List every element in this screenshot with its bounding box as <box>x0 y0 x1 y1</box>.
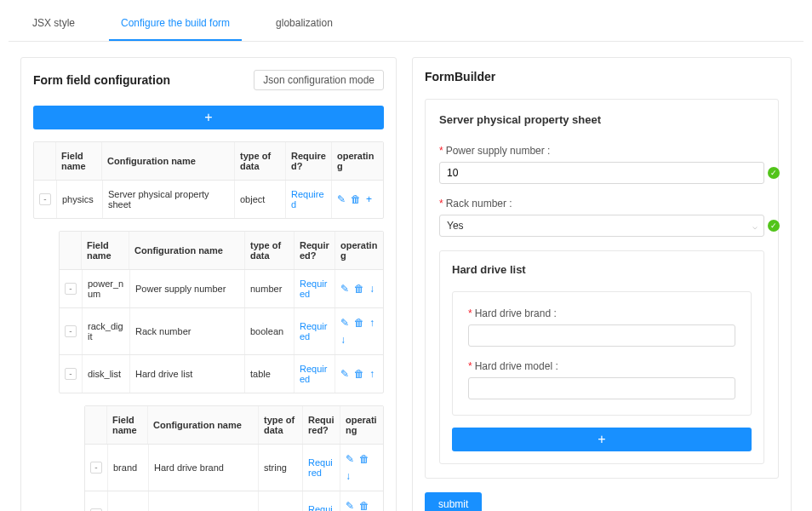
cell-data-type: number <box>245 270 294 307</box>
th-data-type: type of data <box>245 232 294 269</box>
power-supply-input[interactable] <box>439 162 764 184</box>
brand-input[interactable] <box>468 324 735 347</box>
th-operating: operating <box>332 142 383 180</box>
cell-operating: ✎ 🗑 ↑ <box>335 355 383 393</box>
chevron-down-icon: ⌵ <box>752 221 758 231</box>
cell-field-name: model <box>108 491 149 511</box>
th-field-name: Field name <box>56 142 102 180</box>
hard-drive-item: *Hard drive brand : *Hard drive model : <box>452 291 752 416</box>
up-icon[interactable]: ↑ <box>369 368 375 380</box>
model-label: *Hard drive model : <box>468 360 735 372</box>
check-icon: ✓ <box>768 167 780 179</box>
expand-header <box>60 232 82 269</box>
level2-table: Field name Configuration name type of da… <box>84 405 384 511</box>
brand-label: *Hard drive brand : <box>468 307 735 319</box>
cell-field-name: physics <box>57 181 103 218</box>
formbuilder-panel: FormBuilder Server physical property she… <box>412 57 792 511</box>
th-field-name: Field name <box>107 406 148 444</box>
cell-field-name: rack_digit <box>83 308 130 354</box>
th-field-name: Field name <box>82 232 129 269</box>
up-icon[interactable]: ↑ <box>369 317 375 329</box>
delete-icon[interactable]: 🗑 <box>359 500 369 511</box>
cell-required: Required <box>294 308 335 354</box>
th-required: Required? <box>303 406 340 444</box>
th-config-name: Configuration name <box>129 232 245 269</box>
collapse-button[interactable]: - <box>39 193 51 205</box>
delete-icon[interactable]: 🗑 <box>351 193 361 205</box>
th-required: Required? <box>294 232 335 269</box>
cell-required: Required <box>294 355 335 393</box>
table-row: - model Hard drive model string Required… <box>85 491 383 511</box>
cell-config-name: Hard drive model <box>149 491 259 511</box>
model-input[interactable] <box>468 377 735 399</box>
cell-required: Required <box>294 270 335 307</box>
formbuilder-title: FormBuilder <box>425 70 495 83</box>
plus-icon[interactable]: + <box>366 193 372 205</box>
tab-jsx-style[interactable]: JSX style <box>20 9 87 41</box>
cell-operating: ✎ 🗑 + <box>332 181 383 218</box>
expand-header <box>85 406 107 444</box>
cell-config-name: Rack number <box>130 308 245 354</box>
edit-icon[interactable]: ✎ <box>346 453 354 465</box>
table-row: - brand Hard drive brand string Required… <box>85 445 383 491</box>
tabs-bar: JSX style Configure the build form globa… <box>9 9 803 42</box>
power-supply-label: *Power supply number : <box>439 145 764 157</box>
cell-data-type: table <box>245 355 294 393</box>
collapse-button[interactable]: - <box>90 462 102 474</box>
hard-drive-title: Hard drive list <box>452 263 752 276</box>
collapse-button[interactable]: - <box>65 325 77 337</box>
form-field-config-panel: Form field configuration Json configurat… <box>20 57 397 511</box>
edit-icon[interactable]: ✎ <box>346 500 354 511</box>
table-row: - rack_digit Rack number boolean Require… <box>60 308 383 355</box>
power-supply-row: *Power supply number : ✓ <box>439 145 764 184</box>
delete-icon[interactable]: 🗑 <box>354 317 364 329</box>
edit-icon[interactable]: ✎ <box>340 368 349 380</box>
th-config-name: Configuration name <box>102 142 235 180</box>
rack-number-label: *Rack number : <box>439 198 764 210</box>
cell-required: Required <box>303 491 340 511</box>
th-data-type: type of data <box>259 406 303 444</box>
down-icon[interactable]: ↓ <box>346 470 351 482</box>
table-row: - disk_list Hard drive list table Requir… <box>60 355 383 393</box>
cell-field-name: brand <box>108 445 149 491</box>
table-row: - power_num Power supply number number R… <box>60 270 383 308</box>
delete-icon[interactable]: 🗑 <box>359 453 369 465</box>
cell-operating: ✎ 🗑 ↑ ↓ <box>335 308 383 354</box>
cell-data-type: string <box>259 491 303 511</box>
cell-required: Required <box>303 445 340 491</box>
cell-data-type: boolean <box>245 308 294 354</box>
down-icon[interactable]: ↓ <box>340 334 346 346</box>
form-section-title: Server physical property sheet <box>439 113 764 126</box>
submit-button[interactable]: submit <box>425 492 482 511</box>
delete-icon[interactable]: 🗑 <box>354 283 364 295</box>
delete-icon[interactable]: 🗑 <box>354 368 364 380</box>
check-icon: ✓ <box>768 220 780 232</box>
rack-number-row: *Rack number : Yes ⌵ ✓ <box>439 198 764 237</box>
root-table: Field name Configuration name type of da… <box>33 141 384 219</box>
down-icon[interactable]: ↓ <box>369 283 375 295</box>
edit-icon[interactable]: ✎ <box>337 193 346 205</box>
add-root-field-button[interactable]: + <box>33 106 384 129</box>
th-operating: operating <box>340 406 383 444</box>
json-config-mode-button[interactable]: Json configuration mode <box>254 70 384 90</box>
cell-field-name: power_num <box>83 270 130 307</box>
rack-number-select[interactable]: Yes <box>439 215 764 237</box>
cell-config-name: Hard drive brand <box>149 445 259 491</box>
add-hard-drive-button[interactable]: + <box>452 428 752 451</box>
th-operating: operating <box>335 232 383 269</box>
cell-data-type: object <box>235 181 286 218</box>
tab-configure-build-form[interactable]: Configure the build form <box>109 9 242 41</box>
edit-icon[interactable]: ✎ <box>340 317 349 329</box>
edit-icon[interactable]: ✎ <box>340 283 349 295</box>
form-card: Server physical property sheet *Power su… <box>425 99 779 479</box>
level1-table: Field name Configuration name type of da… <box>59 231 384 393</box>
cell-required: Required <box>286 181 332 218</box>
expand-header <box>34 142 56 180</box>
table-row: - physics Server physical property sheet… <box>34 181 383 218</box>
hard-drive-card: Hard drive list *Hard drive brand : *Har… <box>439 250 764 464</box>
collapse-button[interactable]: - <box>65 283 77 295</box>
cell-operating: ✎ 🗑 ↑ <box>340 491 383 511</box>
collapse-button[interactable]: - <box>65 368 77 380</box>
tab-globalization[interactable]: globalization <box>264 9 345 41</box>
cell-operating: ✎ 🗑 ↓ <box>340 445 383 491</box>
